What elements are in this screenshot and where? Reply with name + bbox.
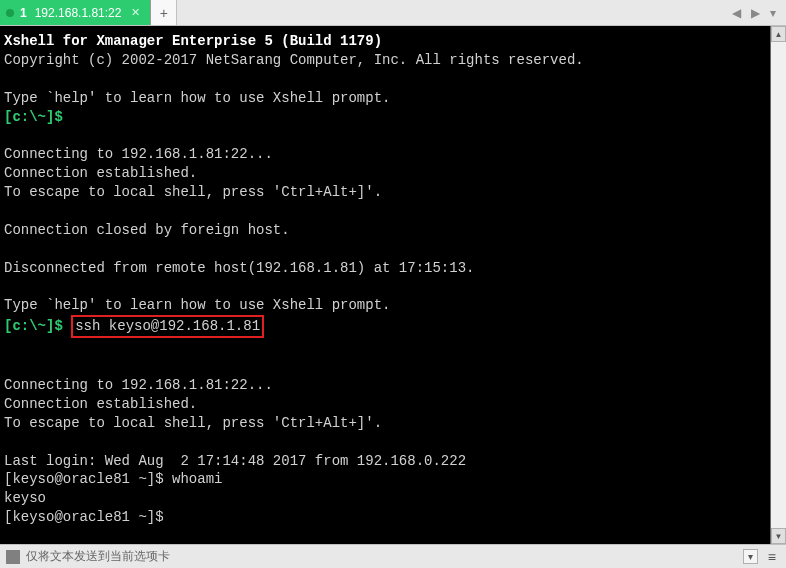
- tab-number: 1: [20, 6, 27, 20]
- tab-bar: 1 192.168.1.81:22 ✕ + ◀ ▶ ▾: [0, 0, 786, 26]
- help-line-1: Type `help' to learn how to use Xshell p…: [4, 90, 390, 106]
- escape-line-2: To escape to local shell, press 'Ctrl+Al…: [4, 415, 382, 431]
- local-prompt-2: [c:\~]$: [4, 318, 63, 334]
- new-tab-button[interactable]: +: [151, 0, 177, 25]
- closed-line: Connection closed by foreign host.: [4, 222, 290, 238]
- tab-title: 192.168.1.81:22: [35, 6, 122, 20]
- status-dropdown-icon[interactable]: ▾: [743, 549, 758, 564]
- established-line-1: Connection established.: [4, 165, 197, 181]
- close-icon[interactable]: ✕: [131, 6, 140, 19]
- connecting-line-1: Connecting to 192.168.1.81:22...: [4, 146, 273, 162]
- ssh-command: ssh keyso@192.168.1.81: [75, 318, 260, 334]
- tab-prev-icon[interactable]: ◀: [728, 4, 745, 22]
- banner-title: Xshell for Xmanager Enterprise 5 (Build …: [4, 33, 382, 49]
- scroll-down-icon[interactable]: ▼: [771, 528, 786, 544]
- scroll-track[interactable]: [771, 42, 786, 528]
- ssh-command-highlight: ssh keyso@192.168.1.81: [71, 315, 264, 338]
- tab-list-icon[interactable]: ▾: [766, 4, 780, 22]
- whoami-output: keyso: [4, 490, 46, 506]
- status-bar: 仅将文本发送到当前选项卡 ▾ ≡: [0, 544, 786, 568]
- tab-status-dot: [6, 9, 14, 17]
- remote-prompt-2: [keyso@oracle81 ~]$: [4, 509, 172, 525]
- terminal[interactable]: Xshell for Xmanager Enterprise 5 (Build …: [0, 26, 770, 544]
- tab-nav: ◀ ▶ ▾: [722, 0, 786, 25]
- status-send-icon: [6, 550, 20, 564]
- whoami-command: whoami: [172, 471, 222, 487]
- established-line-2: Connection established.: [4, 396, 197, 412]
- status-text: 仅将文本发送到当前选项卡: [26, 548, 170, 565]
- tab-next-icon[interactable]: ▶: [747, 4, 764, 22]
- escape-line-1: To escape to local shell, press 'Ctrl+Al…: [4, 184, 382, 200]
- copyright-line: Copyright (c) 2002-2017 NetSarang Comput…: [4, 52, 584, 68]
- last-login-line: Last login: Wed Aug 2 17:14:48 2017 from…: [4, 453, 466, 469]
- remote-prompt-1: [keyso@oracle81 ~]$: [4, 471, 172, 487]
- scrollbar[interactable]: ▲ ▼: [770, 26, 786, 544]
- menu-icon[interactable]: ≡: [764, 549, 780, 565]
- scroll-up-icon[interactable]: ▲: [771, 26, 786, 42]
- tab-spacer: [177, 0, 722, 25]
- disconnected-line: Disconnected from remote host(192.168.1.…: [4, 260, 474, 276]
- help-line-2: Type `help' to learn how to use Xshell p…: [4, 297, 390, 313]
- tab-active[interactable]: 1 192.168.1.81:22 ✕: [0, 0, 151, 25]
- local-prompt-1: [c:\~]$: [4, 109, 63, 125]
- terminal-container: Xshell for Xmanager Enterprise 5 (Build …: [0, 26, 786, 544]
- connecting-line-2: Connecting to 192.168.1.81:22...: [4, 377, 273, 393]
